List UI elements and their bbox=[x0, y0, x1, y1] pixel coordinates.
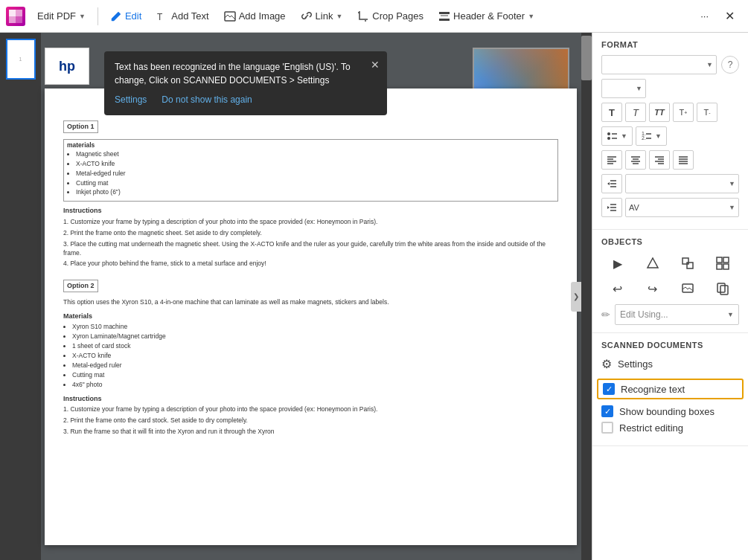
scanned-documents-title: SCANNED DOCUMENTS bbox=[601, 341, 739, 350]
instruction-1: 1. Customize your frame by typing a desc… bbox=[63, 218, 558, 227]
show-bounding-boxes-checkbox[interactable]: ✓ bbox=[601, 405, 613, 417]
bold-button[interactable]: T bbox=[601, 103, 622, 122]
settings-row[interactable]: ⚙ Settings bbox=[601, 355, 739, 373]
indent-increase-button[interactable] bbox=[601, 198, 622, 217]
edit-icon bbox=[110, 10, 122, 22]
right-panel-collapse-button[interactable]: ❯ bbox=[571, 282, 581, 312]
option2-materials-list: Xyron S10 machine Xyron Laminate/Magnet … bbox=[72, 323, 558, 389]
restrict-editing-row[interactable]: Restrict editing bbox=[601, 422, 739, 434]
notification-close-button[interactable]: ✕ bbox=[371, 57, 380, 73]
page-thumbnail-1[interactable]: 1 bbox=[6, 39, 36, 80]
add-image-button[interactable]: Add Image bbox=[218, 7, 292, 25]
ordered-list-button[interactable]: 1.2. ▼ bbox=[636, 126, 667, 146]
option1-materials-list: Magnetic sheet X-ACTO knife Metal-edged … bbox=[76, 150, 554, 197]
group-button[interactable] bbox=[707, 252, 739, 274]
notification-dismiss-link[interactable]: Do not show this again bbox=[162, 93, 252, 106]
italic-button[interactable]: T bbox=[625, 103, 646, 122]
font-family-row: ▼ ? bbox=[601, 55, 739, 74]
notification-settings-link[interactable]: Settings bbox=[115, 93, 147, 106]
align-right-button[interactable] bbox=[649, 150, 670, 170]
font-family-select[interactable]: ▼ bbox=[601, 55, 717, 74]
notification-links: Settings Do not show this again bbox=[115, 93, 377, 106]
show-bounding-boxes-label: Show bounding boxes bbox=[619, 406, 715, 417]
undo-button[interactable]: ↩ bbox=[601, 277, 633, 300]
edit-pdf-button[interactable]: Edit PDF ▼ bbox=[31, 7, 92, 25]
font-size-select[interactable]: ▼ bbox=[601, 79, 646, 98]
text-style-row: T T TT T+ T- bbox=[601, 103, 739, 122]
image-edit-button[interactable] bbox=[672, 277, 704, 300]
edit-button[interactable]: Edit bbox=[104, 7, 147, 25]
objects-title: OBJECTS bbox=[601, 237, 739, 246]
materials-box-1: materials Magnetic sheet X-ACTO knife Me… bbox=[63, 139, 558, 202]
pdf-page: World Traveler Frame — Customizable Opti… bbox=[45, 88, 577, 545]
right-panel: FORMAT ▼ ? ▼ T T TT bbox=[592, 33, 748, 560]
objects-tools-grid: ▶ ↩ ↪ bbox=[601, 252, 739, 300]
list-item: Magnetic sheet bbox=[76, 150, 554, 159]
pdf-content: World Traveler Frame — Customizable Opti… bbox=[63, 103, 558, 437]
restrict-editing-label: Restrict editing bbox=[619, 422, 683, 434]
thumbnail-strip: 1 bbox=[0, 33, 41, 560]
show-bounding-boxes-row[interactable]: ✓ Show bounding boxes bbox=[601, 405, 739, 417]
bold-italic-button[interactable]: TT bbox=[649, 103, 670, 122]
format-title: FORMAT bbox=[601, 40, 739, 49]
link-button[interactable]: Link ▼ bbox=[295, 7, 349, 25]
list-item: Cutting mat bbox=[72, 371, 558, 380]
resize-button[interactable] bbox=[672, 252, 704, 274]
pdf-scrollbar[interactable] bbox=[581, 33, 592, 560]
crop-icon bbox=[357, 10, 369, 22]
header-footer-button[interactable]: Header & Footer ▼ bbox=[432, 7, 540, 25]
close-button[interactable]: ✕ bbox=[717, 4, 742, 28]
font-size-row: ▼ bbox=[601, 79, 739, 98]
settings-label: Settings bbox=[618, 358, 653, 370]
unordered-list-button[interactable]: ▼ bbox=[601, 126, 633, 146]
svg-rect-39 bbox=[683, 258, 688, 264]
objects-section: OBJECTS ▶ ↩ ↪ bbox=[592, 230, 748, 333]
option2-instructions-label: Instructions bbox=[63, 394, 558, 404]
line-spacing-select[interactable]: ▼ bbox=[625, 174, 739, 193]
format-help-button[interactable]: ? bbox=[721, 56, 739, 74]
format-section: FORMAT ▼ ? ▼ T T TT bbox=[592, 33, 748, 230]
list-item: Metal-edged ruler bbox=[72, 361, 558, 370]
align-center-button[interactable] bbox=[625, 150, 646, 170]
list-item: 1 sheet of card stock bbox=[72, 342, 558, 351]
svg-rect-6 bbox=[439, 12, 450, 14]
char-spacing-icon: AV bbox=[629, 203, 639, 212]
char-spacing-dropdown-icon: ▼ bbox=[729, 204, 735, 211]
indent-decrease-button[interactable] bbox=[601, 174, 622, 193]
pages-button[interactable] bbox=[707, 277, 739, 300]
pdf-scrollbar-thumb[interactable] bbox=[581, 36, 592, 80]
play-button[interactable]: ▶ bbox=[601, 252, 633, 274]
more-button[interactable]: ··· bbox=[694, 7, 715, 25]
triangle-button[interactable] bbox=[636, 252, 668, 274]
recognize-text-checkbox[interactable]: ✓ bbox=[603, 383, 615, 395]
superscript-button[interactable]: T+ bbox=[673, 103, 694, 122]
svg-rect-1 bbox=[16, 10, 22, 16]
scanned-documents-section: SCANNED DOCUMENTS ⚙ Settings ✓ Recognize… bbox=[592, 333, 748, 446]
crop-pages-button[interactable]: Crop Pages bbox=[351, 7, 429, 25]
link-dropdown-icon: ▼ bbox=[336, 13, 342, 20]
edit-using-select[interactable]: Edit Using... ▼ bbox=[615, 304, 739, 325]
svg-rect-44 bbox=[723, 264, 729, 269]
svg-text:T: T bbox=[157, 12, 163, 22]
option2-intro: This option uses the Xyron S10, a 4-in-o… bbox=[63, 298, 558, 307]
svg-text:2.: 2. bbox=[642, 135, 646, 141]
align-justify-button[interactable] bbox=[673, 150, 694, 170]
svg-rect-2 bbox=[9, 16, 16, 23]
instructions-label-1: Instructions bbox=[63, 206, 558, 216]
restrict-editing-checkbox[interactable] bbox=[601, 422, 613, 434]
option1-label: Option 1 bbox=[63, 120, 98, 133]
option2-label: Option 2 bbox=[63, 280, 98, 292]
font-size-dropdown-icon: ▼ bbox=[636, 85, 642, 92]
subscript-button[interactable]: T- bbox=[697, 103, 717, 122]
char-spacing-select[interactable]: AV ▼ bbox=[625, 198, 739, 217]
list-item: 4x6" photo bbox=[72, 381, 558, 390]
add-text-button[interactable]: T Add Text bbox=[150, 7, 214, 25]
hp-logo: hp bbox=[45, 48, 89, 85]
recognize-text-row[interactable]: ✓ Recognize text bbox=[597, 379, 744, 399]
recognize-text-label: Recognize text bbox=[621, 384, 685, 395]
align-left-button[interactable] bbox=[601, 150, 622, 170]
redo-button[interactable]: ↪ bbox=[636, 277, 668, 300]
svg-rect-47 bbox=[720, 286, 728, 295]
list-item: Xyron Laminate/Magnet cartridge bbox=[72, 332, 558, 341]
svg-point-9 bbox=[607, 132, 610, 135]
